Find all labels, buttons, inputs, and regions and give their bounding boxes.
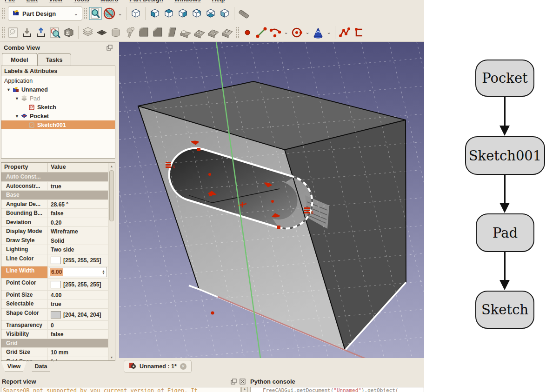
property-scrollbar[interactable]: ▲ ▼ [108,163,115,360]
right-view-icon[interactable] [176,7,190,20]
polar-pattern-icon[interactable] [206,26,220,40]
menu-file[interactable]: File [5,0,15,3]
graph-node-pocket[interactable]: Pocket [475,60,534,97]
point-tool-icon[interactable] [240,26,254,40]
chevron-down-icon[interactable]: ⌄ [282,26,290,40]
mirrored-icon[interactable] [193,26,206,40]
tree-item-unnamed[interactable]: ▼ Unnamed [1,85,115,94]
property-row[interactable]: Grid Size10 mm [1,348,108,357]
tab-view[interactable]: View [1,361,27,372]
expander-icon[interactable]: ▼ [14,114,20,119]
close-tab-icon[interactable]: ✕ [180,363,186,370]
tab-data[interactable]: Data [28,361,54,372]
report-view-scrollbar[interactable]: ▲ [241,387,248,392]
chevron-down-icon[interactable]: ⌄ [325,26,333,40]
float-panel-icon[interactable] [231,379,237,385]
menu-tools[interactable]: Tools [73,0,89,3]
rectangle-tool-icon[interactable] [352,26,366,40]
property-row-point-color[interactable]: Point Color[255, 255, 255] [1,279,108,291]
float-panel-icon[interactable] [107,45,113,51]
draw-style-icon[interactable] [102,7,116,20]
tree-item-sketch[interactable]: Sketch [1,103,115,112]
bottom-view-icon[interactable] [204,7,218,20]
property-group[interactable]: Grid [1,339,108,348]
export-icon[interactable] [34,26,48,40]
section-view-icon[interactable] [62,26,76,40]
multi-transform-icon[interactable] [220,26,234,40]
toolbar-drag-handle[interactable] [1,27,5,39]
expander-icon[interactable]: ▼ [14,96,20,101]
property-row[interactable]: Draw StyleSolid [1,236,108,246]
groove-icon[interactable] [123,26,137,40]
graph-node-sketch[interactable]: Sketch [475,291,534,329]
chevron-down-icon[interactable]: ⌄ [304,26,311,40]
conic-tool-icon[interactable] [311,26,325,40]
python-console-content[interactable]: FreeCADGui.getDocument("Unnamed").getObj… [250,387,424,392]
menu-part-design[interactable]: Part Design [129,0,163,3]
scroll-thumb[interactable] [109,170,114,221]
menu-help[interactable]: Help [212,0,225,3]
graph-node-pad[interactable]: Pad [476,213,534,252]
property-row[interactable]: Grid Snapfalse [1,357,108,361]
tab-model[interactable]: Model [2,53,37,66]
axonometric-view-icon[interactable] [129,7,143,20]
scroll-down-icon[interactable]: ▼ [108,354,115,360]
pocket-icon[interactable] [95,26,109,40]
expander-icon[interactable]: ▼ [6,87,11,92]
property-row[interactable]: Angular De...28.65 ° [1,200,108,209]
line-width-spinbox[interactable]: 6.00▲▼ [49,267,107,277]
tree-item-pocket[interactable]: ▼ Pocket [1,112,115,120]
document-tab[interactable]: Unnamed : 1* ✕ [124,360,192,373]
spinner-arrows-icon[interactable]: ▲▼ [102,270,107,274]
fit-all-icon[interactable] [88,7,102,20]
tab-tasks[interactable]: Tasks [37,53,72,66]
property-row[interactable]: Bounding B...false [1,209,108,218]
draft-icon[interactable] [165,26,179,40]
property-row-line-color[interactable]: Line Color[255, 255, 255] [1,254,108,266]
fillet-icon[interactable] [137,26,151,40]
property-row-line-width[interactable]: Line Width6.00▲▼ [1,266,108,279]
tree-item-pad[interactable]: ▼ Pad [1,94,115,103]
line-tool-icon[interactable] [254,26,268,40]
toolbar-drag-handle[interactable] [84,7,87,20]
property-row[interactable]: Autoconstr...true [1,182,108,191]
arc-tool-icon[interactable] [268,26,282,40]
property-row-shape-color[interactable]: Shape Color[204, 204, 204] [1,309,108,321]
property-row[interactable]: LightingTwo side [1,245,108,254]
menu-macro[interactable]: Macro [100,0,118,3]
create-sketch-icon[interactable] [6,26,20,40]
left-view-icon[interactable] [218,7,232,20]
scroll-up-icon[interactable]: ▲ [108,163,115,169]
workbench-selector[interactable]: Part Design ⌄ [8,7,82,20]
tree-item-application[interactable]: Application [1,76,115,85]
toolbar-drag-handle[interactable] [1,7,5,20]
property-row[interactable]: Selectabletrue [1,299,108,309]
property-row[interactable]: Deviation0.20 [1,218,108,227]
property-row[interactable]: Display ModeWireframe [1,227,108,236]
chamfer-icon[interactable] [151,26,165,40]
circle-tool-icon[interactable] [290,26,304,40]
polyline-tool-icon[interactable] [338,26,352,40]
menu-view[interactable]: View [49,0,62,3]
property-row[interactable]: Visibilityfalse [1,330,108,339]
revolution-icon[interactable] [109,26,123,40]
3d-viewport[interactable]: 6 6 [119,42,424,358]
tree-item-sketch001[interactable]: Sketch001 [1,120,115,129]
chevron-down-icon[interactable]: ⌄ [116,7,124,20]
menu-windows[interactable]: Windows [174,0,201,3]
report-view-content[interactable]: SparseQR not supported by you current ve… [1,387,240,392]
close-panel-icon[interactable] [240,379,246,385]
top-view-icon[interactable] [162,7,176,20]
validate-sketch-icon[interactable] [48,26,62,40]
measure-distance-icon[interactable] [237,7,251,20]
pad-icon[interactable] [81,26,95,40]
front-view-icon[interactable] [148,7,162,20]
graph-node-sketch001[interactable]: Sketch001 [465,136,545,175]
property-group[interactable]: Base [1,191,108,200]
import-icon[interactable] [20,26,34,40]
property-row[interactable]: Transparency0 [1,321,108,330]
rear-view-icon[interactable] [190,7,204,20]
property-group[interactable]: Auto Const... [1,173,108,182]
property-row[interactable]: Point Size4.00 [1,291,108,300]
menu-edit[interactable]: Edit [26,0,38,3]
